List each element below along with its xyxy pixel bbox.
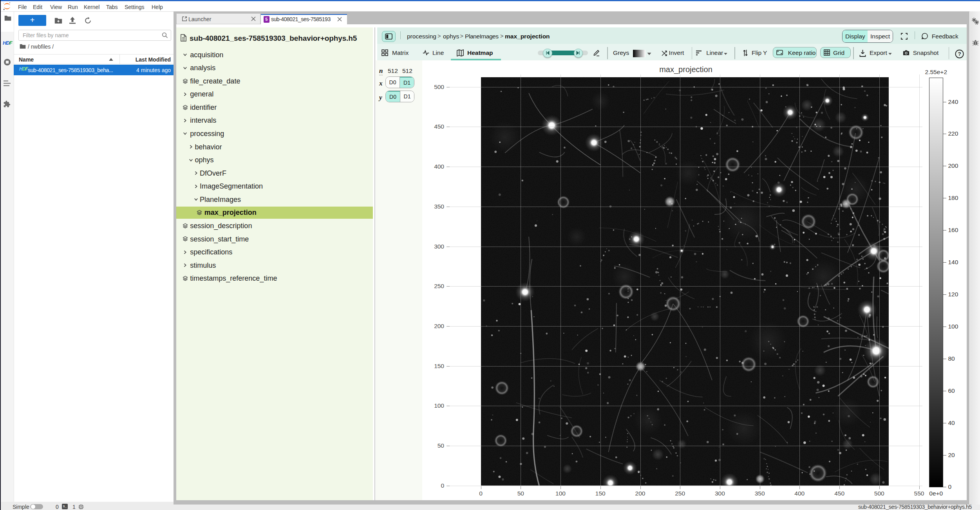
- svg-text:?: ?: [958, 51, 961, 57]
